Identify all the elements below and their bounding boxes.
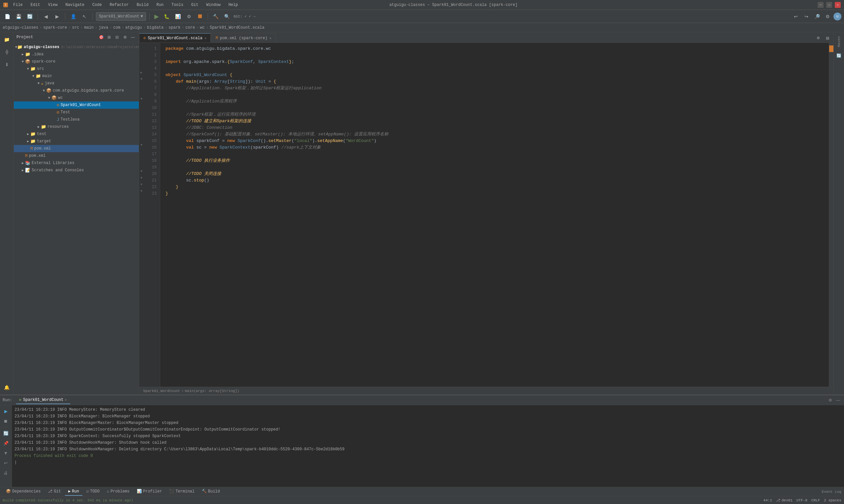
tree-wc[interactable]: ▼ 📦 wc xyxy=(14,94,139,102)
menu-view[interactable]: View xyxy=(47,2,59,8)
tree-package-main[interactable]: ▼ 📦 com.atguigu.bigdata.spark.core xyxy=(14,87,139,94)
tab-pom-close[interactable]: ✕ xyxy=(269,36,271,40)
status-vcs[interactable]: ⎇ dev01 xyxy=(776,498,793,502)
run-tab[interactable]: ▶ Spark01_WordCount ✕ xyxy=(16,396,70,404)
tree-pom-root[interactable]: ▶ M pom.xml xyxy=(14,152,139,159)
tree-idea[interactable]: ▶ 📁 .idea xyxy=(14,51,139,58)
panel-expand-btn[interactable]: ⊞ xyxy=(106,34,113,40)
menu-tools[interactable]: Tools xyxy=(170,2,185,8)
tool-stop-btn[interactable]: ⏹ xyxy=(1,416,11,426)
tab-terminal[interactable]: ⬛ Terminal xyxy=(166,488,198,496)
tool-print-btn[interactable]: 🖨 xyxy=(1,468,11,477)
panel-locate-btn[interactable]: 🎯 xyxy=(98,34,104,40)
tree-spark-core-arrow[interactable]: ▼ xyxy=(20,59,25,64)
tab-git[interactable]: ⎇ Git xyxy=(45,488,64,496)
settings-btn[interactable]: ⚙ xyxy=(823,12,832,21)
tree-resources-arrow[interactable]: ▶ xyxy=(36,125,41,129)
fold-btn-22[interactable]: ▼ xyxy=(139,181,144,188)
tree-wc-arrow[interactable]: ▼ xyxy=(47,95,51,100)
redo-btn[interactable]: ↪ xyxy=(802,12,811,21)
debug-button[interactable]: 🐛 xyxy=(162,12,171,21)
tab-run[interactable]: ▶ Run xyxy=(65,488,82,496)
breadcrumb-file[interactable]: Spark01_WordCount.scala xyxy=(210,25,264,30)
sidebar-project-btn[interactable]: 📁 xyxy=(1,34,13,46)
menu-refactor[interactable]: Refactor xyxy=(108,2,130,8)
tree-root[interactable]: ▼ 📁 atguigu-classes D:\allCode\JetBrains… xyxy=(14,43,139,51)
menu-run[interactable]: Run xyxy=(155,2,165,8)
tree-resources[interactable]: ▶ 📁 resources xyxy=(14,123,139,130)
fold-btn-20[interactable]: ▼ xyxy=(139,168,144,175)
stop-button[interactable]: ⏹ xyxy=(196,13,204,20)
menu-file[interactable]: File xyxy=(12,2,24,8)
bottom-settings-btn[interactable]: ⚙ xyxy=(827,397,833,403)
menu-window[interactable]: Window xyxy=(205,2,222,8)
run-tab-close[interactable]: ✕ xyxy=(65,398,67,402)
run-button[interactable]: ▶ xyxy=(153,13,160,20)
breadcrumb-src[interactable]: src xyxy=(72,25,79,30)
toolbar-save-btn[interactable]: 💾 xyxy=(14,12,23,21)
menu-git[interactable]: Git xyxy=(190,2,200,8)
search-everywhere-btn[interactable]: 🔍 xyxy=(223,12,232,21)
panel-settings-btn[interactable]: ⚙ xyxy=(122,34,128,40)
menu-edit[interactable]: Edit xyxy=(29,2,41,8)
toolbar-cursor-btn[interactable]: ↖ xyxy=(80,12,89,21)
search-btn[interactable]: 🔎 xyxy=(812,12,822,21)
tree-idea-arrow[interactable]: ▶ xyxy=(20,52,25,57)
menu-build[interactable]: Build xyxy=(135,2,150,8)
run-config-dropdown[interactable]: Spark01_WordCount ▼ xyxy=(96,12,146,21)
tool-wrap-btn[interactable]: ↩ xyxy=(1,458,11,467)
tab-settings-btn[interactable]: ⚙ xyxy=(814,33,823,42)
tree-scratches[interactable]: ▶ 📝 Scratches and Consoles xyxy=(14,167,139,174)
tab-pom[interactable]: M pom.xml (spark-core) ✕ xyxy=(211,33,276,42)
event-log-btn[interactable]: Event Log xyxy=(822,490,841,494)
breadcrumb-spark[interactable]: spark xyxy=(169,25,180,30)
fold-btn-23[interactable]: ▼ xyxy=(139,188,144,194)
undo-btn[interactable]: ↩ xyxy=(791,12,800,21)
tree-spark01[interactable]: ▶ ⚙ Spark01_WordCount xyxy=(14,102,139,109)
toolbar-forward-btn[interactable]: ▶ xyxy=(52,12,62,21)
build-btn[interactable]: 🔨 xyxy=(211,12,221,21)
breadcrumb-bigdata[interactable]: bigdata xyxy=(147,25,163,30)
tree-testjava[interactable]: ▶ J TestJava xyxy=(14,116,139,123)
tab-split-btn[interactable]: ▤ xyxy=(823,33,832,42)
tree-external-libs[interactable]: ▶ 📚 External Libraries xyxy=(14,159,139,167)
toolbar-sync-btn[interactable]: 🔄 xyxy=(25,12,34,21)
breadcrumb-java[interactable]: java xyxy=(99,25,108,30)
tool-filter-btn[interactable]: ▼ xyxy=(1,448,11,457)
fold-btn-9[interactable]: ▼ xyxy=(139,95,144,102)
maven-label[interactable]: Maven xyxy=(837,34,842,50)
sidebar-commit-btn[interactable] xyxy=(1,46,13,58)
tree-src-arrow[interactable]: ▼ xyxy=(26,67,30,71)
tree-java-arrow[interactable]: ▼ xyxy=(36,81,41,86)
tool-pin-btn[interactable]: 📌 xyxy=(1,438,11,448)
breadcrumb-spark-core[interactable]: spark-core xyxy=(43,25,67,30)
breadcrumb-atguigu2[interactable]: atguigu xyxy=(125,25,142,30)
menu-help[interactable]: Help xyxy=(227,2,239,8)
tree-test[interactable]: ▶ ⚙ Test xyxy=(14,109,139,116)
bottom-minimize-btn[interactable]: — xyxy=(835,397,841,403)
tree-main-arrow[interactable]: ▼ xyxy=(31,74,36,78)
breadcrumb-com[interactable]: com xyxy=(113,25,120,30)
tree-test-folder-arrow[interactable]: ▶ xyxy=(26,132,30,137)
maven-refresh-btn[interactable]: 🔄 xyxy=(836,52,842,59)
tree-java[interactable]: ▼ ☕ java xyxy=(14,80,139,87)
tree-src[interactable]: ▼ 📁 src xyxy=(14,65,139,72)
tool-run-btn[interactable]: ▶ xyxy=(1,407,11,416)
status-encoding[interactable]: UTF-8 xyxy=(796,498,807,502)
toolbar-new-btn[interactable]: 📄 xyxy=(3,12,12,21)
tab-spark01-close[interactable]: ✕ xyxy=(204,36,206,40)
sidebar-notifications-btn[interactable]: 🔔 xyxy=(1,381,13,393)
code-editor[interactable]: package com.atguigu.bigdata.spark.core.w… xyxy=(160,43,829,387)
toolbar-back-btn[interactable]: ◀ xyxy=(41,12,50,21)
breadcrumb-main[interactable]: main xyxy=(84,25,93,30)
breadcrumb-atguigu[interactable]: atguigu-classes xyxy=(3,25,38,30)
tree-target[interactable]: ▶ 📁 target xyxy=(14,138,139,145)
panel-collapse-btn[interactable]: ⊟ xyxy=(114,34,120,40)
tree-scratches-arrow[interactable]: ▶ xyxy=(20,168,25,173)
run-with-coverage-btn[interactable]: 📊 xyxy=(173,12,183,21)
tree-target-arrow[interactable]: ▶ xyxy=(26,139,30,144)
breadcrumb-wc[interactable]: wc xyxy=(200,25,205,30)
status-indent[interactable]: 2 spaces xyxy=(824,498,841,502)
tab-problems[interactable]: ⚠ Problems xyxy=(104,488,133,496)
tree-pom-xml[interactable]: ▶ M pom.xml xyxy=(14,145,139,152)
